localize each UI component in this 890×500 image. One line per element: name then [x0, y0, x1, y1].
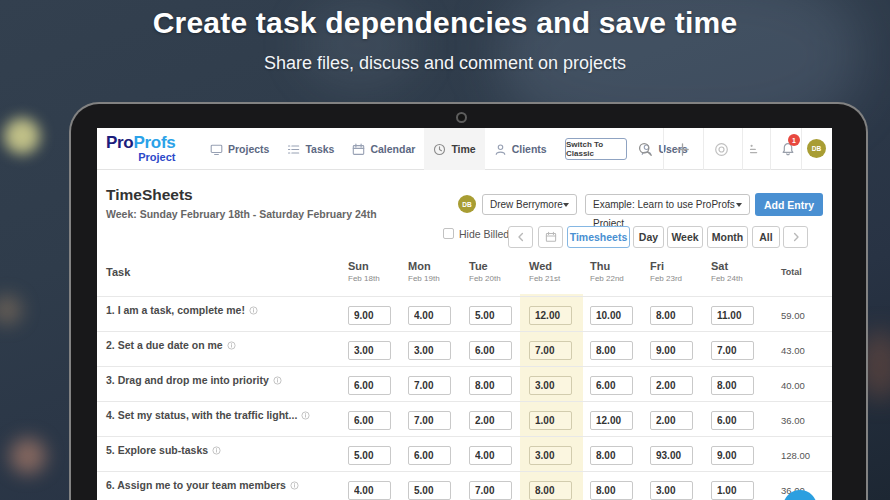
hours-input[interactable]: [590, 306, 633, 325]
hours-input[interactable]: [590, 341, 633, 360]
info-icon[interactable]: [273, 376, 282, 385]
info-icon[interactable]: [301, 411, 310, 420]
search-icon[interactable]: [638, 142, 653, 157]
hours-input[interactable]: [711, 306, 754, 325]
day-name: Fri: [650, 260, 682, 272]
plus-icon[interactable]: [675, 142, 690, 157]
hours-input[interactable]: [711, 411, 754, 430]
calendar-icon: [352, 143, 365, 156]
hours-input[interactable]: [590, 446, 633, 465]
hours-input[interactable]: [529, 481, 572, 500]
table-row: 6. Assign me to your team members36.00: [97, 471, 832, 500]
nav-item-calendar[interactable]: Calendar: [343, 128, 424, 170]
hours-input[interactable]: [711, 341, 754, 360]
day-column-header: ThuFeb 22nd: [590, 260, 624, 283]
row-total: 36.00: [781, 415, 805, 426]
hours-input[interactable]: [408, 411, 451, 430]
hours-input[interactable]: [529, 341, 572, 360]
proprofs-logo[interactable]: ProProfs Project: [106, 134, 175, 166]
view-timesheets-button[interactable]: Timesheets: [567, 226, 630, 248]
day-date: Feb 23rd: [650, 274, 682, 283]
add-entry-button[interactable]: Add Entry: [755, 193, 823, 216]
hours-input[interactable]: [711, 446, 754, 465]
hours-input[interactable]: [711, 481, 754, 500]
calendar-picker-button[interactable]: [538, 226, 563, 248]
caret-down-icon: [563, 203, 569, 207]
user-dropdown[interactable]: Drew Berrymore: [482, 194, 577, 215]
hours-input[interactable]: [348, 306, 391, 325]
hours-input[interactable]: [529, 376, 572, 395]
day-column-header: SatFeb 24th: [711, 260, 743, 283]
info-icon[interactable]: [249, 306, 258, 315]
hours-input[interactable]: [469, 446, 512, 465]
hours-input[interactable]: [408, 481, 451, 500]
nav-item-label: Tasks: [305, 143, 334, 155]
nav-item-clients[interactable]: Clients: [485, 128, 556, 170]
hours-input[interactable]: [650, 411, 693, 430]
hours-input[interactable]: [529, 306, 572, 325]
nav-item-tasks[interactable]: Tasks: [278, 128, 343, 170]
day-date: Feb 20th: [469, 274, 501, 283]
task-label: 2. Set a due date on me: [106, 339, 223, 351]
view-week-button[interactable]: Week: [667, 226, 703, 248]
hours-input[interactable]: [650, 376, 693, 395]
info-icon[interactable]: [227, 341, 236, 350]
hours-input[interactable]: [348, 446, 391, 465]
hours-input[interactable]: [469, 481, 512, 500]
caret-down-icon: [736, 203, 742, 207]
info-icon[interactable]: [212, 446, 221, 455]
view-month-button[interactable]: Month: [707, 226, 748, 248]
activity-icon[interactable]: [747, 143, 760, 156]
hours-input[interactable]: [529, 411, 572, 430]
hours-input[interactable]: [348, 376, 391, 395]
nav-item-time[interactable]: Time: [424, 128, 484, 170]
hours-input[interactable]: [590, 411, 633, 430]
hours-input[interactable]: [408, 306, 451, 325]
hours-input[interactable]: [469, 341, 512, 360]
hero-subtitle: Share files, discuss and comment on proj…: [0, 53, 890, 74]
divider: [801, 128, 802, 170]
hours-input[interactable]: [650, 481, 693, 500]
next-week-button[interactable]: [783, 226, 808, 248]
project-dropdown[interactable]: Example: Learn to use ProProfs Project: [585, 194, 750, 215]
chevron-left-icon: [515, 231, 527, 243]
monitor-icon: [210, 143, 223, 156]
day-name: Sat: [711, 260, 743, 272]
divider: [770, 128, 771, 170]
day-date: Feb 24th: [711, 274, 743, 283]
background-bokeh: [4, 118, 40, 154]
hours-input[interactable]: [348, 341, 391, 360]
view-day-button[interactable]: Day: [633, 226, 664, 248]
day-date: Feb 19th: [408, 274, 440, 283]
switch-to-classic-button[interactable]: Switch To Classic: [565, 138, 627, 160]
hours-input[interactable]: [711, 376, 754, 395]
info-icon[interactable]: [290, 481, 299, 490]
user-avatar[interactable]: DB: [807, 139, 826, 158]
hours-input[interactable]: [469, 411, 512, 430]
hide-billed-checkbox[interactable]: [443, 228, 454, 239]
notification-badge: 1: [788, 134, 800, 146]
divider: [703, 128, 704, 170]
prev-week-button[interactable]: [508, 226, 533, 248]
help-icon[interactable]: [714, 142, 729, 157]
hours-input[interactable]: [650, 306, 693, 325]
hours-input[interactable]: [469, 306, 512, 325]
user-icon: [494, 143, 507, 156]
hours-input[interactable]: [590, 481, 633, 500]
hours-input[interactable]: [408, 341, 451, 360]
table-row: 1. I am a task, complete me!59.00: [97, 296, 832, 331]
hours-input[interactable]: [529, 446, 572, 465]
hours-input[interactable]: [590, 376, 633, 395]
hours-input[interactable]: [650, 341, 693, 360]
day-column-header: MonFeb 19th: [408, 260, 440, 283]
table-row: 2. Set a due date on me43.00: [97, 331, 832, 366]
view-all-button[interactable]: All: [752, 226, 780, 248]
selected-user-avatar: DB: [458, 195, 476, 213]
hours-input[interactable]: [469, 376, 512, 395]
hours-input[interactable]: [408, 376, 451, 395]
hours-input[interactable]: [348, 411, 391, 430]
hours-input[interactable]: [348, 481, 391, 500]
nav-item-projects[interactable]: Projects: [201, 128, 278, 170]
hours-input[interactable]: [650, 446, 693, 465]
hours-input[interactable]: [408, 446, 451, 465]
